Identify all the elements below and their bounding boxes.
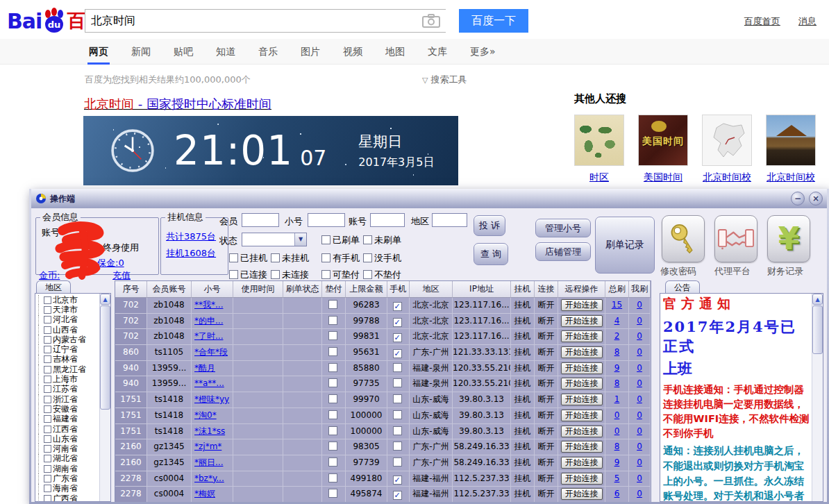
search-tools-button[interactable]: ▽ 搜索工具 <box>422 74 467 86</box>
agent-platform-button[interactable] <box>714 215 757 262</box>
nav-tab[interactable]: 更多» <box>470 39 496 65</box>
phone-checkbox[interactable] <box>393 457 402 467</box>
finance-records-button[interactable]: ¥ <box>767 215 810 262</box>
account-field[interactable] <box>370 213 405 227</box>
start-connect-button[interactable]: 开始连接 <box>561 330 603 342</box>
alt-account-link[interactable]: *丽日... <box>194 457 223 467</box>
announcement-scrollbar[interactable]: ▲ <box>812 294 823 501</box>
alt-account-link[interactable]: *沫1*ss <box>194 426 225 436</box>
start-connect-button[interactable]: 开始连接 <box>561 378 603 389</box>
region-checkbox[interactable] <box>44 385 51 393</box>
region-checkbox[interactable] <box>44 336 51 344</box>
related-link[interactable]: 北京时间校 <box>766 171 816 184</box>
region-checkbox[interactable] <box>44 405 51 413</box>
column-header[interactable]: 我刷 <box>629 281 651 298</box>
check-connected[interactable]: 已连接 <box>229 269 267 281</box>
total-brush-link[interactable]: 8 <box>614 347 620 357</box>
column-header[interactable]: 刷单状态 <box>283 281 322 298</box>
my-brush-link[interactable]: 0 <box>637 363 642 373</box>
total-brush-link[interactable]: 15 <box>612 300 622 310</box>
brush-records-button[interactable]: 刷单记录 <box>595 217 655 274</box>
nav-tab[interactable]: 新闻 <box>131 39 151 65</box>
advance-checkbox[interactable] <box>328 363 337 372</box>
column-header[interactable]: 挂机 <box>511 281 535 298</box>
advance-checkbox[interactable] <box>328 410 337 419</box>
alt-account-link[interactable]: **a**... <box>194 378 224 388</box>
nav-tab[interactable]: 贴吧 <box>174 39 193 65</box>
minimize-button[interactable]: − <box>791 192 805 205</box>
tab-announcement[interactable]: 公告 <box>665 280 700 294</box>
column-header[interactable]: 地区 <box>410 281 453 298</box>
region-checkbox[interactable] <box>44 316 51 324</box>
related-thumbnail[interactable] <box>574 115 624 166</box>
alt-account-link[interactable]: *梅嫇 <box>194 489 215 498</box>
nav-tab[interactable]: 视频 <box>343 39 362 65</box>
my-brush-link[interactable]: 0 <box>637 426 642 436</box>
region-checkbox[interactable] <box>44 355 51 363</box>
total-brush-link[interactable]: 1 <box>614 394 620 404</box>
start-connect-button[interactable]: 开始连接 <box>561 394 603 405</box>
my-brush-link[interactable]: 0 <box>637 316 642 326</box>
region-checkbox[interactable] <box>44 376 51 383</box>
total-brush-link[interactable]: 0 <box>614 410 620 420</box>
alt-account-link[interactable]: *橙味*yy <box>194 394 229 404</box>
advance-checkbox[interactable] <box>328 473 337 482</box>
check-not-connected[interactable]: 未连接 <box>271 269 309 281</box>
region-tree-item[interactable]: 广西省 <box>37 494 99 502</box>
phone-checkbox[interactable] <box>393 426 402 435</box>
member-field[interactable] <box>242 213 279 227</box>
my-brush-link[interactable]: 0 <box>637 442 642 451</box>
link-baidu-home[interactable]: 百度首页 <box>744 16 780 26</box>
phone-checkbox[interactable] <box>393 410 402 419</box>
phone-checkbox[interactable] <box>393 363 402 372</box>
alt-account-link[interactable]: *合年*段 <box>194 347 228 357</box>
column-header[interactable]: 小号 <box>192 281 233 298</box>
change-password-button[interactable] <box>662 215 705 262</box>
nav-tab[interactable]: 音乐 <box>258 39 278 65</box>
start-connect-button[interactable]: 开始连接 <box>561 362 603 374</box>
shop-manage-button[interactable]: 店铺管理 <box>535 242 591 261</box>
alt-account-link[interactable]: *淘0* <box>194 410 217 420</box>
start-connect-button[interactable]: 开始连接 <box>561 410 603 421</box>
advance-checkbox[interactable] <box>328 347 337 356</box>
nav-tab[interactable]: 地图 <box>385 39 405 65</box>
related-link[interactable]: 北京时间校 <box>702 171 752 184</box>
alt-account-link[interactable]: *的申... <box>194 316 223 326</box>
deposit-link[interactable]: 保金:0 <box>97 257 124 269</box>
start-connect-button[interactable]: 开始连接 <box>561 299 603 311</box>
region-checkbox[interactable] <box>44 415 51 423</box>
column-header[interactable]: IP地址 <box>453 281 511 298</box>
region-checkbox[interactable] <box>44 475 51 482</box>
nav-tab[interactable]: 图片 <box>301 39 320 65</box>
total-brush-link[interactable]: 8 <box>614 378 620 388</box>
dropdown-arrow-icon[interactable]: ▼ <box>294 233 306 246</box>
phone-checkbox[interactable]: ✓ <box>393 491 402 500</box>
column-header[interactable]: 总刷 <box>605 281 629 298</box>
related-thumbnail[interactable] <box>766 115 816 166</box>
phone-checkbox[interactable] <box>393 394 402 403</box>
region-checkbox[interactable] <box>44 306 51 314</box>
alt-field[interactable] <box>308 213 345 227</box>
search-input[interactable] <box>85 15 422 28</box>
region-checkbox[interactable] <box>44 396 51 403</box>
region-checkbox[interactable] <box>44 426 51 433</box>
alt-account-link[interactable]: *bz*y... <box>194 473 224 483</box>
column-header[interactable]: 上限金额 <box>346 281 387 298</box>
close-button[interactable]: × <box>809 192 823 205</box>
scroll-up-icon[interactable]: ▲ <box>100 294 110 305</box>
related-thumbnail[interactable]: 美国时间 <box>638 115 688 166</box>
check-has-phone[interactable]: 有手机 <box>321 252 360 264</box>
advance-checkbox[interactable] <box>328 442 337 451</box>
search-button[interactable]: 百度一下 <box>459 9 528 33</box>
phone-checkbox[interactable] <box>393 378 402 387</box>
tab-region[interactable]: 地区 <box>36 280 71 294</box>
phone-checkbox[interactable]: ✓ <box>393 476 402 485</box>
advance-checkbox[interactable] <box>328 489 337 498</box>
column-header[interactable]: 会员账号 <box>147 281 192 298</box>
total-brush-link[interactable]: 2 <box>614 331 620 341</box>
advance-checkbox[interactable] <box>328 331 337 340</box>
check-unbrushed[interactable]: 未刷单 <box>363 234 401 246</box>
check-no-phone[interactable]: 没手机 <box>363 252 401 264</box>
region-checkbox[interactable] <box>44 485 51 492</box>
check-no-advance[interactable]: 不垫付 <box>363 269 401 281</box>
